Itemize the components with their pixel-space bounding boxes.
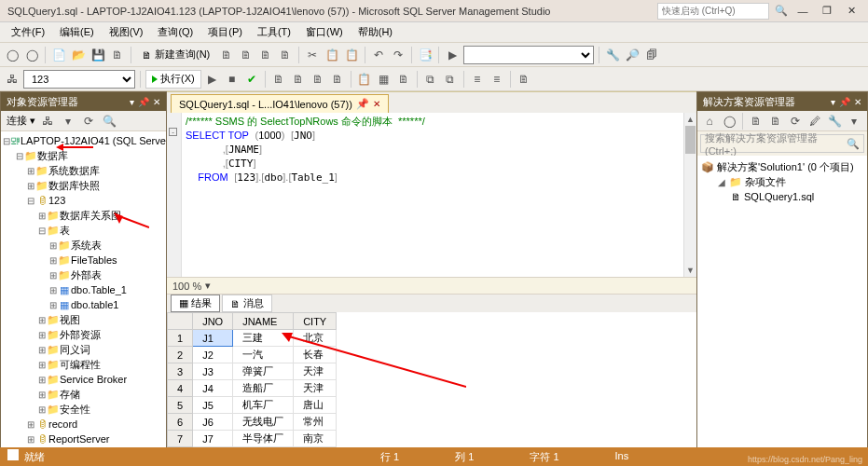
tb-icon-4[interactable]: 🗎 [277, 47, 294, 63]
tb-icon-2[interactable]: 🗎 [238, 47, 255, 63]
table-row[interactable]: 2J2一汽长春 [168, 347, 337, 363]
sql-file-node[interactable]: 🗎SQLQuery1.sql [699, 189, 865, 204]
panel-pin-icon[interactable]: 📌 [138, 97, 149, 107]
panel-close-icon[interactable]: ✕ [854, 97, 861, 107]
panel-close-icon[interactable]: ✕ [153, 97, 160, 107]
outdent-icon[interactable]: ≡ [489, 71, 505, 88]
quick-launch-input[interactable] [657, 3, 769, 20]
tree-dbo-table1[interactable]: ⊞▦dbo.table1 [1, 297, 166, 312]
copy-icon[interactable]: 📋 [324, 47, 340, 63]
solution-node[interactable]: 📦解决方案'Solution1' (0 个项目) [699, 159, 865, 174]
sol-refresh-icon[interactable]: ⟳ [787, 113, 804, 130]
sql-code[interactable]: /****** SSMS 的 SelectTopNRows 命令的脚本 ****… [186, 115, 683, 185]
col-city[interactable]: CITY [294, 313, 337, 330]
tb-icon-1[interactable]: 🗎 [218, 47, 235, 63]
zoom-chevron-icon[interactable]: ▾ [205, 280, 211, 292]
col-jname[interactable]: JNAME [233, 313, 294, 330]
new-file-icon[interactable]: 📄 [50, 47, 67, 63]
oe-filter-icon[interactable]: ⟳ [80, 113, 97, 130]
sol-icon-4[interactable]: ▾ [846, 113, 862, 130]
indent-icon[interactable]: ≡ [469, 71, 486, 88]
tab-close-icon[interactable]: ✕ [373, 99, 380, 109]
restore-button[interactable]: ❐ [818, 5, 836, 18]
tb-icon-5[interactable]: 📑 [417, 47, 434, 63]
panel-dropdown-icon[interactable]: ▾ [130, 97, 134, 107]
undo-icon[interactable]: ↶ [370, 47, 387, 63]
menu-file[interactable]: 文件(F) [6, 23, 50, 41]
tree-external[interactable]: ⊞📁外部表 [1, 267, 166, 282]
debug-icon[interactable]: ▶ [204, 71, 221, 88]
search-solution-input[interactable]: 搜索解决方案资源管理器(Ctrl+;) 🔍 [700, 134, 864, 153]
results-file-icon[interactable]: 🗎 [395, 71, 412, 88]
sol-wrench-icon[interactable]: 🔧 [826, 113, 843, 130]
tab-pin-icon[interactable]: 📌 [356, 98, 369, 110]
object-tree[interactable]: ⊟🖳LAPTOP-1J2AIO41 (SQL Server 13... ⊟📁数据… [1, 131, 166, 466]
execute-button[interactable]: 执行(X) [145, 70, 201, 89]
zoom-value[interactable]: 100 % [172, 281, 201, 292]
sol-icon-3[interactable]: 🖉 [806, 113, 823, 130]
tab-messages[interactable]: 🗎消息 [222, 295, 272, 312]
parse-icon[interactable]: ✔ [243, 71, 260, 88]
tree-server[interactable]: ⊟🖳LAPTOP-1J2AIO41 (SQL Server 13... [1, 133, 166, 148]
misc-files-node[interactable]: ◢📁杂项文件 [699, 174, 865, 189]
tree-security[interactable]: ⊞📁安全性 [1, 402, 166, 417]
tb-icon-3[interactable]: 🗎 [257, 47, 274, 63]
editor-vscroll[interactable]: ▲▼ [683, 113, 696, 277]
tree-snapshot[interactable]: ⊞📁数据库快照 [1, 178, 166, 193]
tree-systables[interactable]: ⊞📁系统表 [1, 238, 166, 253]
redo-icon[interactable]: ↷ [390, 47, 406, 63]
cut-icon[interactable]: ✂ [304, 47, 321, 63]
connect-icon[interactable]: 🖧 [4, 71, 21, 88]
tree-filetables[interactable]: ⊞📁FileTables [1, 253, 166, 267]
menu-edit[interactable]: 编辑(E) [54, 23, 100, 41]
menu-project[interactable]: 项目(P) [202, 23, 248, 41]
tree-synonyms[interactable]: ⊞📁同义词 [1, 342, 166, 357]
table-row[interactable]: 4J4造船厂天津 [168, 380, 337, 397]
specify-values-icon[interactable]: 🗎 [516, 71, 532, 88]
tree-views[interactable]: ⊞📁视图 [1, 312, 166, 327]
sql-editor[interactable]: - /****** SSMS 的 SelectTopNRows 命令的脚本 **… [167, 113, 696, 277]
tree-tables[interactable]: ⊟📁表 [1, 223, 166, 238]
estimated-plan-icon[interactable]: 🗎 [270, 71, 287, 88]
close-button[interactable]: ✕ [842, 5, 861, 18]
quick-launch-search-icon[interactable]: 🔍 [775, 5, 788, 17]
sol-icon-1[interactable]: 🗎 [748, 113, 765, 130]
tree-extres[interactable]: ⊞📁外部资源 [1, 327, 166, 342]
menu-view[interactable]: 视图(V) [103, 23, 149, 41]
connect-dropdown[interactable]: 连接 ▾ [7, 114, 35, 128]
results-grid[interactable]: JNO JNAME CITY 1J1三建北京 2J2一汽长春 3J3弹簧厂天津 … [167, 312, 696, 453]
tree-dbo-table-1[interactable]: ⊞▦dbo.Table_1 [1, 282, 166, 297]
tb-icon-9[interactable]: 🗐 [643, 47, 660, 63]
menu-query[interactable]: 查询(Q) [152, 23, 199, 41]
database-dropdown[interactable]: 123 [23, 70, 135, 89]
open-icon[interactable]: 📂 [70, 47, 87, 63]
sol-icon-2[interactable]: 🗎 [767, 113, 784, 130]
tree-databases[interactable]: ⊟📁数据库 [1, 148, 166, 163]
nav-fwd-icon[interactable]: ◯ [23, 47, 40, 63]
table-row[interactable]: 6J6无线电厂常州 [168, 414, 337, 431]
tree-servicebroker[interactable]: ⊞📁Service Broker [1, 372, 166, 387]
tb-icon-8[interactable]: 🔎 [624, 47, 641, 63]
tab-sqlquery1[interactable]: SQLQuery1.sql - L...IO41\lenovo (57))📌✕ [171, 94, 389, 113]
tree-programmability[interactable]: ⊞📁可编程性 [1, 357, 166, 372]
table-row[interactable]: 1J1三建北京 [168, 330, 337, 347]
panel-pin-icon[interactable]: 📌 [839, 97, 850, 107]
tree-db123[interactable]: ⊟🛢123 [1, 193, 166, 208]
stop-icon[interactable]: ■ [224, 71, 241, 88]
tb-icon-7[interactable]: 🔧 [604, 47, 621, 63]
tab-results[interactable]: ▦结果 [171, 295, 220, 312]
save-all-icon[interactable]: 🗎 [109, 47, 126, 63]
tree-diagram[interactable]: ⊞📁数据库关系图 [1, 208, 166, 223]
options-icon[interactable]: 🗎 [290, 71, 307, 88]
col-jno[interactable]: JNO [193, 313, 233, 330]
menu-help[interactable]: 帮助(H) [352, 23, 398, 41]
new-query-button[interactable]: 🗎 新建查询(N) [136, 46, 215, 64]
nav-back-icon[interactable]: ◯ [4, 47, 21, 63]
sol-back-icon[interactable]: ◯ [721, 113, 737, 130]
table-row[interactable]: 7J7半导体厂南京 [168, 431, 337, 447]
menu-window[interactable]: 窗口(W) [300, 23, 349, 41]
tb-icon-6[interactable]: ▶ [444, 47, 461, 63]
results-grid-icon[interactable]: ▦ [376, 71, 393, 88]
uncomment-icon[interactable]: ⧉ [442, 71, 459, 88]
tree-record[interactable]: ⊞🛢record [1, 417, 166, 432]
